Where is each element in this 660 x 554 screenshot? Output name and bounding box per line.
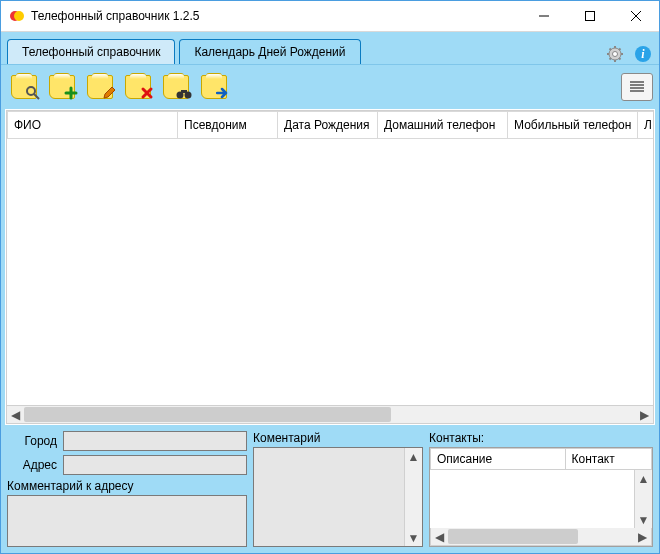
comment-column: Коментарий ▲ ▼ — [253, 431, 423, 547]
grid-table: ФИО Псевдоним Дата Рождения Домашний тел… — [7, 111, 654, 139]
toolbar-list-button[interactable] — [621, 73, 653, 101]
contacts-header: Описание Контакт — [430, 448, 652, 470]
comment-vscrollbar[interactable]: ▲ ▼ — [404, 448, 422, 546]
maximize-button[interactable] — [567, 1, 613, 31]
scroll-right-button[interactable]: ▶ — [634, 529, 651, 544]
info-button[interactable]: i — [633, 44, 653, 64]
scroll-track[interactable] — [24, 407, 636, 422]
city-input[interactable] — [63, 431, 247, 451]
col-homephone[interactable]: Домашний телефон — [378, 112, 508, 139]
col-birthdate[interactable]: Дата Рождения — [278, 112, 378, 139]
scroll-right-button[interactable]: ▶ — [636, 407, 653, 422]
scroll-left-button[interactable]: ◀ — [7, 407, 24, 422]
addr-comment-memo[interactable] — [7, 495, 247, 547]
binoculars-icon — [176, 88, 192, 103]
address-column: Город Адрес Комментарий к адресу — [7, 431, 247, 547]
grid-header-row: ФИО Псевдоним Дата Рождения Домашний тел… — [8, 112, 655, 139]
city-label: Город — [7, 434, 57, 448]
svg-point-4 — [613, 52, 618, 57]
contacts-column: Контакты: Описание Контакт ▲ ▼ — [429, 431, 653, 547]
window-title: Телефонный справочник 1.2.5 — [31, 9, 199, 23]
search-icon — [26, 86, 40, 103]
grid-hscrollbar[interactable]: ◀ ▶ — [6, 406, 654, 424]
toolbar-delete-button[interactable] — [121, 70, 155, 104]
scroll-down-button[interactable]: ▼ — [405, 529, 422, 546]
contacts-subgrid: Описание Контакт ▲ ▼ ◀ — [429, 447, 653, 547]
scroll-down-button[interactable]: ▼ — [635, 511, 652, 528]
comment-label: Коментарий — [253, 431, 423, 445]
tab-directory[interactable]: Телефонный справочник — [7, 39, 175, 64]
grid-viewport[interactable]: ФИО Псевдоним Дата Рождения Домашний тел… — [6, 110, 654, 406]
contacts-label: Контакты: — [429, 431, 653, 445]
svg-point-1 — [14, 11, 24, 21]
tab-strip: Телефонный справочник Календарь Дней Рож… — [1, 32, 659, 64]
app-icon — [9, 8, 25, 24]
col-alias[interactable]: Псевдоним — [178, 112, 278, 139]
toolbar — [1, 64, 659, 109]
delete-icon — [140, 86, 154, 103]
details-panel: Город Адрес Комментарий к адресу Комента… — [1, 425, 659, 553]
col-mobile[interactable]: Мобильный телефон — [508, 112, 638, 139]
col-desc[interactable]: Описание — [431, 449, 566, 470]
col-extra[interactable]: Л — [638, 112, 655, 139]
close-button[interactable] — [613, 1, 659, 31]
list-icon — [628, 80, 646, 94]
app-window: Телефонный справочник 1.2.5 Телефонный с… — [0, 0, 660, 554]
toolbar-search-button[interactable] — [7, 70, 41, 104]
svg-rect-10 — [181, 90, 187, 93]
arrow-right-icon — [216, 86, 230, 103]
svg-rect-2 — [586, 12, 595, 21]
contacts-vscrollbar[interactable]: ▲ ▼ — [634, 470, 652, 528]
plus-icon — [64, 86, 78, 103]
toolbar-edit-button[interactable] — [83, 70, 117, 104]
pencil-icon — [102, 86, 116, 103]
contacts-hscrollbar[interactable]: ◀ ▶ — [430, 528, 652, 546]
toolbar-export-button[interactable] — [197, 70, 231, 104]
minimize-button[interactable] — [521, 1, 567, 31]
scroll-left-button[interactable]: ◀ — [431, 529, 448, 544]
tab-birthdays[interactable]: Календарь Дней Рождений — [179, 39, 360, 64]
contacts-body[interactable] — [430, 470, 634, 528]
contacts-grid: ФИО Псевдоним Дата Рождения Домашний тел… — [5, 109, 655, 425]
col-fio[interactable]: ФИО — [8, 112, 178, 139]
scroll-up-button[interactable]: ▲ — [635, 470, 652, 487]
titlebar: Телефонный справочник 1.2.5 — [1, 1, 659, 32]
scroll-up-button[interactable]: ▲ — [405, 448, 422, 465]
toolbar-find-button[interactable] — [159, 70, 193, 104]
toolbar-add-button[interactable] — [45, 70, 79, 104]
svg-point-7 — [27, 87, 35, 95]
comment-memo[interactable]: ▲ ▼ — [253, 447, 423, 547]
addr-comment-label: Комментарий к адресу — [7, 479, 247, 493]
client-area: Телефонный справочник Календарь Дней Рож… — [1, 32, 659, 553]
col-contact[interactable]: Контакт — [565, 449, 651, 470]
settings-button[interactable] — [605, 44, 625, 64]
address-input[interactable] — [63, 455, 247, 475]
address-label: Адрес — [7, 458, 57, 472]
scroll-thumb[interactable] — [24, 407, 391, 422]
